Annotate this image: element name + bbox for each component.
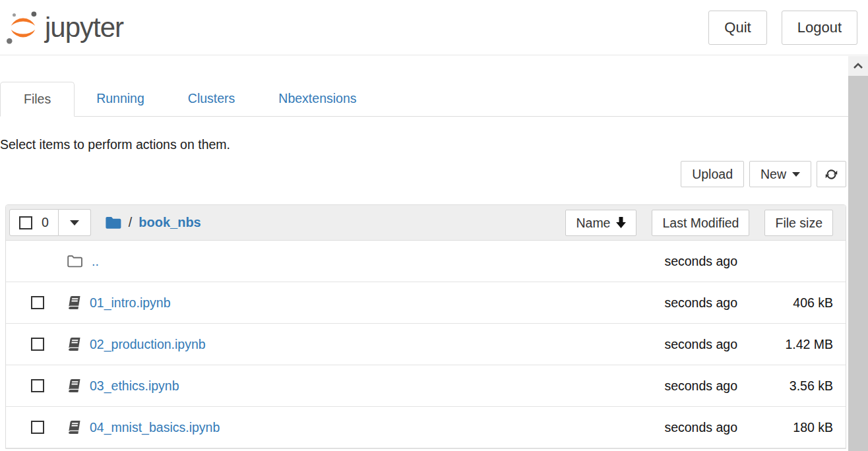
breadcrumb-current[interactable]: book_nbs [139, 215, 201, 230]
last-modified-value: seconds ago [622, 295, 737, 311]
top-header: jupyter Quit Logout [0, 0, 868, 55]
select-button-group: 0 [9, 209, 91, 236]
file-list-rows: .. seconds ago 01_intro.ipynb seconds ag… [6, 241, 846, 448]
breadcrumb: / book_nbs [105, 215, 201, 230]
row-checkbox[interactable] [31, 296, 44, 309]
tab-files[interactable]: Files [0, 82, 75, 117]
refresh-icon [824, 167, 838, 181]
scrollbar-thumb[interactable] [848, 76, 868, 451]
select-all-button[interactable]: 0 [9, 209, 59, 236]
file-size-value: 1.42 MB [737, 337, 833, 352]
quit-button[interactable]: Quit [708, 11, 766, 45]
file-row: 04_mnist_basics.ipynb seconds ago 180 kB [6, 407, 846, 448]
select-all-checkbox[interactable] [19, 216, 32, 229]
header-actions: Quit Logout [708, 11, 857, 45]
upload-button[interactable]: Upload [681, 161, 744, 187]
jupyter-logo[interactable]: jupyter [5, 10, 123, 45]
file-size-value: 180 kB [737, 420, 833, 435]
notebook-icon [67, 337, 81, 351]
file-row: 01_intro.ipynb seconds ago 406 kB [6, 282, 846, 324]
last-modified-value: seconds ago [622, 337, 737, 352]
jupyter-logo-icon [5, 10, 41, 45]
new-dropdown-label: New [760, 166, 786, 182]
folder-outline-icon [67, 255, 83, 268]
selected-count: 0 [42, 215, 49, 230]
notebook-icon [67, 295, 81, 310]
last-modified-value: seconds ago [622, 254, 737, 269]
file-link[interactable]: .. [92, 254, 99, 269]
scrollbar-up-button[interactable] [848, 56, 868, 76]
notebook-list: 0 / book_nbs Name Last Modifi [5, 204, 846, 449]
main-content: Files Running Clusters Nbextensions Sele… [0, 82, 868, 449]
new-dropdown-button[interactable]: New [749, 161, 811, 187]
file-link[interactable]: 03_ethics.ipynb [90, 378, 179, 394]
folder-icon[interactable] [105, 216, 122, 230]
scrollbar[interactable] [848, 56, 868, 451]
tab-clusters[interactable]: Clusters [166, 82, 257, 116]
tab-running[interactable]: Running [75, 82, 166, 116]
jupyter-logo-text: jupyter [45, 14, 123, 42]
file-row: .. seconds ago [6, 241, 846, 282]
file-link[interactable]: 02_production.ipynb [90, 337, 206, 352]
tab-bar: Files Running Clusters Nbextensions [0, 82, 848, 117]
file-row: 02_production.ipynb seconds ago 1.42 MB [6, 324, 846, 365]
file-link[interactable]: 01_intro.ipynb [90, 295, 171, 311]
select-dropdown-button[interactable] [59, 209, 91, 236]
breadcrumb-separator: / [129, 215, 132, 230]
sort-modified-button[interactable]: Last Modified [652, 210, 749, 236]
arrow-down-icon [616, 217, 626, 228]
sort-name-button[interactable]: Name [565, 210, 636, 236]
file-size-value: 406 kB [737, 295, 833, 311]
sort-name-label: Name [576, 215, 610, 231]
caret-down-icon [792, 172, 800, 177]
last-modified-value: seconds ago [622, 378, 737, 394]
row-checkbox[interactable] [31, 338, 44, 351]
last-modified-value: seconds ago [622, 420, 737, 435]
file-link[interactable]: 04_mnist_basics.ipynb [90, 420, 220, 435]
row-checkbox[interactable] [31, 379, 44, 392]
action-hint: Select items to perform actions on them. [0, 137, 868, 152]
notebook-icon [67, 420, 81, 435]
list-header-row: 0 / book_nbs Name Last Modifi [6, 205, 846, 241]
file-row: 03_ethics.ipynb seconds ago 3.56 kB [6, 365, 846, 407]
row-checkbox[interactable] [31, 421, 44, 434]
logout-button[interactable]: Logout [782, 11, 857, 45]
caret-down-icon [70, 220, 79, 226]
chevron-up-icon [853, 63, 863, 69]
notebook-icon [67, 378, 81, 393]
refresh-button[interactable] [817, 161, 846, 187]
tab-nbextensions[interactable]: Nbextensions [257, 82, 378, 116]
sort-size-button[interactable]: File size [764, 210, 833, 236]
toolbar: Upload New [0, 161, 846, 187]
file-size-value: 3.56 kB [737, 378, 833, 394]
